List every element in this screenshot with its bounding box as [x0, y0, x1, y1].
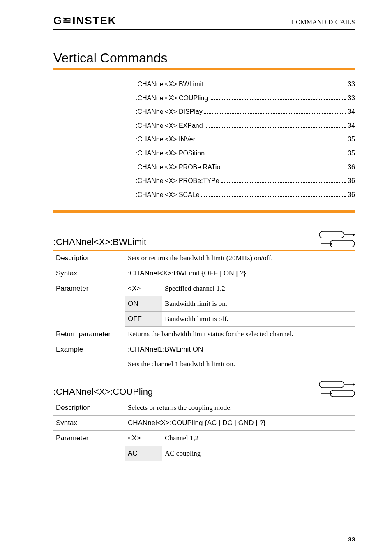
svg-rect-3 [330, 240, 355, 247]
example-code: :CHANnel1:BWLimit ON [125, 342, 355, 357]
toc-entry: :CHANnel<X>:INVert35 [136, 132, 355, 146]
toc-entry: :CHANnel<X>:BWLimit33 [136, 77, 355, 91]
toc-entry: :CHANnel<X>:COUPling33 [136, 91, 355, 105]
param-value: Channel 1,2 [162, 431, 355, 446]
param-key: AC [125, 446, 162, 461]
command-table: Description Selects or returns the coupl… [53, 400, 355, 461]
set-icon [319, 381, 355, 388]
toc-entry: :CHANnel<X>:SCALe36 [136, 188, 355, 202]
syntax-text: CHANnel<X>:COUPling {AC | DC | GND | ?} [125, 416, 355, 431]
divider-rule [53, 210, 355, 213]
svg-rect-0 [319, 231, 344, 238]
svg-marker-5 [330, 242, 332, 245]
toc-entry: :CHANnel<X>:PROBe:RATio36 [136, 160, 355, 174]
param-value: Bandwidth limit is off. [162, 312, 355, 327]
row-value: Sets or returns the bandwidth limit (20M… [125, 251, 355, 266]
command-heading: :CHANnel<X>:BWLimit [53, 237, 146, 247]
toc-entry: :CHANnel<X>:EXPand34 [136, 119, 355, 133]
row-label: Description [53, 400, 125, 416]
main-heading: Vertical Commands [53, 51, 355, 66]
brand-logo: G≌INSTEK [53, 14, 117, 27]
row-label: Parameter [53, 281, 125, 327]
table-of-contents: :CHANnel<X>:BWLimit33 :CHANnel<X>:COUPli… [136, 77, 355, 201]
example-description: Sets the channel 1 bandwidth limit on. [125, 357, 355, 372]
command-type-icons [319, 231, 355, 247]
page-header: G≌INSTEK COMMAND DETAILS [53, 14, 355, 30]
param-value: AC coupling [162, 446, 355, 461]
row-label: Return parameter [53, 327, 125, 342]
param-key: OFF [125, 312, 162, 327]
command-type-icons [319, 381, 355, 397]
row-value: Returns the bandwidth limit status for t… [125, 327, 355, 342]
toc-entry: :CHANnel<X>:DISPlay34 [136, 105, 355, 119]
row-label: Syntax [53, 416, 125, 431]
svg-marker-11 [330, 392, 332, 395]
svg-rect-6 [319, 381, 344, 388]
set-icon [319, 231, 355, 238]
row-label: Description [53, 251, 125, 266]
toc-entry: :CHANnel<X>:PROBe:TYPe36 [136, 174, 355, 188]
toc-entry: :CHANnel<X>:POSition35 [136, 146, 355, 160]
header-title: COMMAND DETAILS [291, 18, 355, 26]
command-heading: :CHANnel<X>:COUPling [53, 386, 153, 397]
page-number: 33 [348, 536, 355, 543]
svg-rect-9 [330, 390, 355, 397]
param-value: Specified channel 1,2 [162, 281, 355, 296]
row-label: Parameter [53, 431, 125, 461]
query-icon [319, 240, 355, 247]
row-label: Example [53, 342, 125, 372]
param-key: ON [125, 296, 162, 312]
svg-marker-8 [353, 383, 355, 386]
row-value: Selects or returns the coupling mode. [125, 400, 355, 416]
heading-rule [53, 68, 355, 70]
param-key: <X> [125, 431, 162, 446]
param-key: <X> [125, 281, 162, 296]
row-label: Syntax [53, 266, 125, 281]
syntax-text: :CHANnel<X>:BWLimit {OFF | ON | ?} [125, 266, 355, 281]
query-icon [319, 390, 355, 397]
command-table: Description Sets or returns the bandwidt… [53, 251, 355, 372]
param-value: Bandwidth limit is on. [162, 296, 355, 312]
svg-marker-2 [353, 233, 355, 236]
